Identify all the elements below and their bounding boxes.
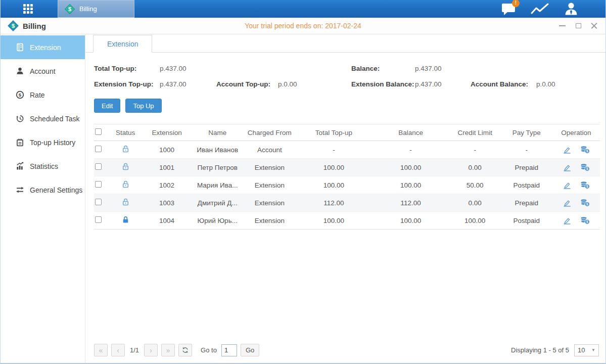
- balance-value: p.437.00: [415, 65, 442, 72]
- sidebar-item-statistics[interactable]: Statistics: [1, 154, 85, 178]
- topup-row-icon[interactable]: $: [580, 216, 590, 224]
- last-page-icon: »: [166, 346, 170, 354]
- edit-button[interactable]: Edit: [94, 99, 120, 113]
- minimize-button[interactable]: [558, 22, 566, 30]
- balance-label: Balance:: [351, 65, 415, 72]
- account-topup-value: p.0.00: [278, 80, 297, 88]
- topup-row-icon[interactable]: $: [580, 146, 590, 154]
- top-up-button[interactable]: Top Up: [125, 99, 161, 113]
- lock-open-icon[interactable]: [122, 145, 129, 153]
- taskbar-tab-billing[interactable]: $ Billing: [58, 0, 134, 18]
- reports-button[interactable]: [530, 2, 550, 17]
- topup-row-icon[interactable]: $: [580, 163, 590, 171]
- svg-text:$: $: [68, 6, 71, 12]
- sidebar-item-rate[interactable]: $ Rate: [1, 83, 85, 107]
- billing-diamond-icon: $: [64, 4, 75, 15]
- line-chart-icon: [530, 3, 549, 16]
- page-title: Billing: [23, 22, 46, 30]
- cell-name: Дмитрий Д...: [191, 194, 244, 212]
- sidebar-item-scheduled-task[interactable]: Scheduled Task: [1, 107, 85, 130]
- notifications-button[interactable]: !: [498, 2, 519, 17]
- row-checkbox[interactable]: [95, 199, 102, 205]
- cell-balance: 100.00: [372, 159, 449, 176]
- last-page-button[interactable]: »: [161, 344, 175, 356]
- cell-name: Юрий Юрь...: [191, 212, 244, 230]
- user-account-button[interactable]: [561, 2, 581, 17]
- table-row: 1003 Дмитрий Д... Extension 112.00 112.0…: [94, 194, 600, 212]
- lock-open-icon[interactable]: [122, 198, 129, 206]
- page-indicator: 1/1: [130, 346, 139, 354]
- svg-text:$: $: [586, 202, 588, 206]
- edit-row-icon[interactable]: [563, 217, 572, 224]
- displaying-status: Displaying 1 - 5 of 5: [511, 346, 569, 354]
- edit-row-icon[interactable]: [563, 181, 572, 189]
- tab-extension[interactable]: Extension: [93, 35, 152, 53]
- go-button[interactable]: Go: [241, 344, 259, 356]
- table-row: 1001 Петр Петров Extension 100.00 100.00…: [94, 159, 600, 176]
- sidebar-item-account[interactable]: Account: [1, 59, 85, 83]
- close-button[interactable]: [590, 22, 598, 30]
- col-total-topup: Total Top-up: [295, 124, 372, 141]
- extension-balance-value: p.437.00: [415, 80, 471, 88]
- lock-open-icon[interactable]: [122, 162, 129, 171]
- edit-row-icon[interactable]: [563, 164, 572, 171]
- taskbar-tab-label: Billing: [79, 5, 97, 13]
- cell-pay-type: Postpaid: [501, 176, 552, 194]
- cell-charged-from: Extension: [244, 194, 295, 212]
- cell-extension: 1000: [143, 141, 191, 159]
- first-page-button[interactable]: «: [94, 344, 108, 356]
- lock-open-icon[interactable]: [122, 180, 129, 189]
- sidebar-item-extension[interactable]: Extension: [1, 35, 85, 59]
- cell-credit-limit: 0.00: [449, 194, 501, 212]
- cell-credit-limit: 100.00: [449, 212, 501, 230]
- row-checkbox[interactable]: [95, 163, 102, 170]
- cell-extension: 1001: [143, 159, 191, 176]
- topup-row-icon[interactable]: $: [580, 199, 590, 207]
- top-app-bar: $ Billing !: [1, 0, 605, 18]
- notebook-icon: [16, 138, 24, 147]
- table-row: 1000 Иван Иванов Account - - - - $: [94, 141, 600, 159]
- goto-page-input[interactable]: [221, 344, 237, 356]
- maximize-button[interactable]: [574, 22, 582, 30]
- row-checkbox[interactable]: [95, 216, 102, 223]
- svg-text:$: $: [586, 220, 588, 224]
- lock-closed-icon[interactable]: [122, 215, 129, 224]
- trial-period-message: Your trial period ends on: 2017-02-24: [1, 22, 605, 30]
- svg-text:$: $: [586, 167, 588, 171]
- bar-chart-icon: [16, 162, 24, 170]
- edit-row-icon[interactable]: [563, 199, 572, 207]
- edit-row-icon[interactable]: [563, 146, 572, 154]
- svg-text:$: $: [586, 185, 588, 189]
- page-size-value: 10: [578, 346, 585, 354]
- col-credit-limit: Credit Limit: [449, 124, 501, 141]
- cell-pay-type: Postpaid: [501, 212, 552, 230]
- sidebar-item-label: Extension: [30, 43, 61, 52]
- cell-balance: 100.00: [372, 212, 449, 230]
- extensions-table: Status Extension Name Charged From Total…: [94, 124, 600, 230]
- col-extension: Extension: [143, 124, 191, 141]
- sidebar-item-label: Statistics: [30, 162, 58, 170]
- cell-total-topup: 100.00: [295, 159, 372, 176]
- refresh-button[interactable]: [178, 344, 192, 356]
- extension-topup-value: p.437.00: [160, 80, 216, 88]
- page-size-select[interactable]: 10 ▼: [574, 344, 599, 356]
- sidebar-item-general-settings[interactable]: General Settings: [1, 178, 85, 202]
- cell-credit-limit: -: [449, 141, 501, 159]
- cell-balance: 112.00: [372, 194, 449, 212]
- next-page-button[interactable]: ›: [144, 344, 158, 356]
- cell-credit-limit: 50.00: [449, 176, 501, 194]
- topup-row-icon[interactable]: $: [580, 181, 590, 189]
- next-page-icon: ›: [150, 346, 152, 354]
- select-all-checkbox[interactable]: [95, 128, 102, 135]
- col-name: Name: [191, 124, 244, 141]
- refresh-icon: [182, 347, 189, 353]
- window-title-bar: $ Billing Your trial period ends on: 201…: [1, 18, 605, 34]
- prev-page-button[interactable]: ‹: [111, 344, 125, 356]
- col-pay-type: Pay Type: [501, 124, 552, 141]
- sidebar-item-topup-history[interactable]: Top-up History: [1, 130, 85, 154]
- row-checkbox[interactable]: [95, 146, 102, 152]
- cell-name: Мария Ива...: [191, 176, 244, 194]
- row-checkbox[interactable]: [95, 181, 102, 188]
- cell-charged-from: Account: [244, 141, 295, 159]
- app-grid-menu-button[interactable]: [14, 0, 42, 18]
